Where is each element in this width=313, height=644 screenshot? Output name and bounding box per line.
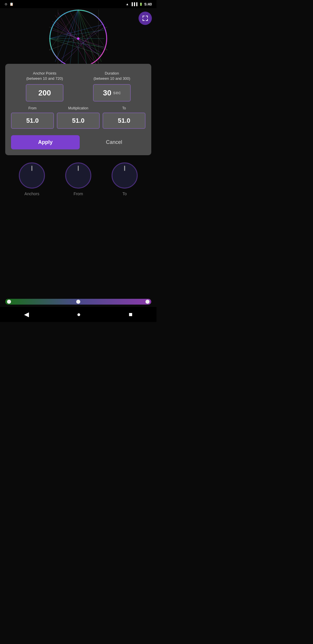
from-section: From 51.0 bbox=[11, 106, 54, 129]
navigation-bar: ◀ ● ■ bbox=[0, 307, 156, 322]
anchors-knob-label: Anchors bbox=[24, 191, 39, 196]
status-icons: ▲ ▐▐▐ 🔋 5:40 bbox=[126, 2, 152, 6]
status-bar: ⊙ 📋 ▲ ▐▐▐ 🔋 5:40 bbox=[0, 0, 156, 8]
notification-icon: ⊙ bbox=[5, 2, 7, 6]
anchors-knob[interactable] bbox=[19, 162, 45, 189]
from-label: From bbox=[28, 106, 37, 110]
duration-label: Duration (between 10 and 300) bbox=[94, 71, 130, 81]
anchor-points-section: Anchor Points (between 10 and 720) 200 bbox=[11, 71, 78, 102]
recent-button[interactable]: ■ bbox=[123, 308, 138, 321]
svg-line-3 bbox=[70, 10, 78, 67]
slider-dot-left bbox=[7, 300, 11, 304]
from-knob-needle bbox=[78, 166, 79, 171]
to-knob-container: To bbox=[112, 162, 138, 196]
modal-mid-row: From 51.0 Multiplication 51.0 To 51.0 bbox=[11, 106, 145, 129]
duration-section: Duration (between 10 and 300) 30 sec bbox=[78, 71, 145, 102]
svg-line-5 bbox=[78, 10, 87, 67]
expand-button[interactable] bbox=[139, 12, 152, 25]
to-section: To 51.0 bbox=[103, 106, 145, 129]
to-knob-needle bbox=[124, 166, 125, 171]
signal-icon: ▐▐▐ bbox=[131, 2, 137, 6]
multiplication-input[interactable]: 51.0 bbox=[57, 113, 100, 129]
apply-button[interactable]: Apply bbox=[11, 135, 80, 149]
svg-point-30 bbox=[77, 37, 79, 40]
anchors-knob-container: Anchors bbox=[19, 162, 45, 196]
slider-dot-mid bbox=[76, 300, 80, 304]
svg-line-12 bbox=[49, 39, 101, 55]
svg-line-6 bbox=[78, 10, 96, 65]
duration-input[interactable]: 30 sec bbox=[93, 84, 131, 102]
svg-line-19 bbox=[64, 23, 103, 63]
from-knob-label: From bbox=[74, 191, 83, 196]
battery-icon: 🔋 bbox=[139, 3, 143, 6]
svg-rect-38 bbox=[147, 19, 148, 21]
color-slider[interactable] bbox=[5, 299, 151, 305]
home-button[interactable]: ● bbox=[71, 308, 86, 321]
svg-line-23 bbox=[49, 10, 78, 50]
to-input[interactable]: 51.0 bbox=[103, 113, 145, 129]
clipboard-icon: 📋 bbox=[10, 2, 14, 6]
status-left: ⊙ 📋 bbox=[5, 2, 14, 6]
anchor-points-input[interactable]: 200 bbox=[26, 84, 63, 102]
settings-modal: Anchor Points (between 10 and 720) 200 D… bbox=[5, 64, 151, 155]
wifi-icon: ▲ bbox=[126, 2, 129, 6]
svg-line-8 bbox=[49, 24, 104, 39]
svg-rect-34 bbox=[147, 16, 148, 18]
modal-top-row: Anchor Points (between 10 and 720) 200 D… bbox=[11, 71, 145, 102]
to-knob[interactable] bbox=[112, 162, 138, 189]
expand-icon bbox=[142, 15, 149, 22]
multiplication-section: Multiplication 51.0 bbox=[57, 106, 100, 129]
svg-line-21 bbox=[55, 15, 96, 63]
svg-line-11 bbox=[49, 39, 104, 47]
cancel-button[interactable]: Cancel bbox=[83, 135, 145, 149]
from-input[interactable]: 51.0 bbox=[11, 113, 54, 129]
svg-line-9 bbox=[49, 30, 104, 39]
svg-rect-36 bbox=[143, 19, 143, 21]
multiplication-label: Multiplication bbox=[68, 106, 88, 110]
visualization-area bbox=[0, 8, 156, 69]
from-knob[interactable] bbox=[65, 162, 91, 189]
modal-buttons: Apply Cancel bbox=[11, 135, 145, 149]
knobs-area: Anchors From To bbox=[0, 157, 156, 202]
back-button[interactable]: ◀ bbox=[18, 308, 35, 321]
to-label: To bbox=[122, 106, 126, 110]
spirograph-visualization bbox=[46, 8, 110, 69]
to-knob-label: To bbox=[123, 191, 127, 196]
slider-dot-right bbox=[145, 300, 150, 304]
time-display: 5:40 bbox=[144, 2, 152, 6]
from-knob-container: From bbox=[65, 162, 91, 196]
anchor-points-label: Anchor Points (between 10 and 720) bbox=[26, 71, 63, 81]
svg-rect-32 bbox=[143, 16, 143, 18]
anchors-knob-needle bbox=[32, 166, 32, 171]
